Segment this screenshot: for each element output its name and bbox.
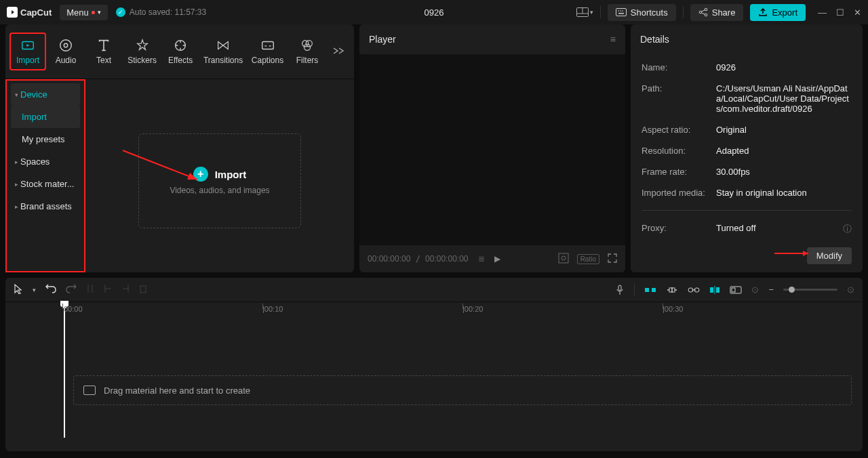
trim-left-button[interactable] bbox=[104, 284, 112, 295]
svg-rect-34 bbox=[716, 287, 719, 293]
tab-filters[interactable]: Filters bbox=[289, 34, 326, 69]
label-fps: Frame rate: bbox=[642, 167, 716, 177]
svg-point-5 bbox=[620, 10, 621, 12]
svg-point-18 bbox=[302, 41, 309, 47]
label-path: Path: bbox=[642, 83, 716, 114]
sidebar-item-device[interactable]: Device bbox=[11, 83, 80, 106]
svg-point-10 bbox=[705, 14, 707, 16]
undo-button[interactable] bbox=[45, 284, 56, 295]
mic-icon[interactable] bbox=[615, 285, 625, 295]
maximize-button[interactable]: ☐ bbox=[836, 7, 844, 18]
import-icon bbox=[20, 38, 35, 53]
autosave-status: ✓ Auto saved: 11:57:33 bbox=[116, 7, 206, 17]
svg-point-19 bbox=[306, 41, 312, 47]
film-icon bbox=[83, 386, 96, 395]
magnet-icon[interactable] bbox=[644, 285, 656, 295]
timeline-ruler[interactable]: 00:00 |00:10 |00:20 |00:30 bbox=[5, 302, 863, 318]
svg-point-15 bbox=[64, 43, 68, 47]
export-icon bbox=[758, 7, 768, 17]
value-fps: 30.00fps bbox=[716, 167, 852, 177]
keyboard-icon bbox=[616, 8, 627, 16]
import-area: + Import Videos, audios, and images bbox=[85, 79, 354, 272]
transitions-icon bbox=[216, 38, 231, 53]
svg-point-20 bbox=[304, 44, 310, 50]
split-button[interactable] bbox=[86, 284, 94, 295]
zoom-out-icon[interactable]: − bbox=[768, 285, 774, 295]
svg-rect-25 bbox=[140, 286, 146, 293]
layout-icon[interactable]: ▾ bbox=[576, 7, 593, 17]
ratio-button[interactable]: Ratio bbox=[577, 254, 599, 264]
label-name: Name: bbox=[642, 62, 716, 72]
sidebar-item-spaces[interactable]: Spaces bbox=[11, 150, 80, 173]
tab-import[interactable]: Import bbox=[9, 33, 46, 70]
player-viewport bbox=[359, 54, 625, 245]
top-bar: CapCut Menu ▾ ✓ Auto saved: 11:57:33 092… bbox=[0, 0, 868, 24]
timeline-panel: ▾ ⊙ − ⊙ 00:00 |00:10 |00:20 |00:30 bbox=[5, 278, 863, 451]
menu-button[interactable]: Menu ▾ bbox=[60, 5, 108, 20]
tab-effects[interactable]: Effects bbox=[162, 34, 199, 69]
preview-icon[interactable] bbox=[730, 286, 742, 294]
cursor-dropdown[interactable]: ▾ bbox=[33, 287, 36, 293]
app-name: CapCut bbox=[20, 7, 52, 18]
zoom-fit-icon[interactable]: ⊙ bbox=[847, 285, 854, 295]
chain-icon[interactable] bbox=[688, 287, 700, 293]
import-dropzone[interactable]: + Import Videos, audios, and images bbox=[138, 133, 301, 228]
focus-icon[interactable] bbox=[558, 253, 569, 266]
timeline-tracks[interactable]: Drag material here and start to create bbox=[5, 318, 863, 451]
svg-rect-7 bbox=[618, 13, 624, 14]
chevron-down-icon: ▾ bbox=[98, 9, 101, 16]
value-proxy: Turned off bbox=[716, 223, 852, 233]
tab-captions[interactable]: Captions bbox=[248, 34, 288, 69]
value-aspect: Original bbox=[716, 125, 852, 135]
list-icon[interactable]: ≣ bbox=[478, 254, 485, 264]
snap-icon[interactable] bbox=[709, 285, 720, 295]
player-menu-icon[interactable]: ≡ bbox=[610, 34, 616, 45]
label-proxy: Proxy: bbox=[642, 223, 716, 233]
export-button[interactable]: Export bbox=[750, 4, 806, 21]
project-title: 0926 bbox=[425, 7, 444, 18]
svg-point-6 bbox=[622, 10, 623, 12]
value-path: C:/Users/Usman Ali Nasir/AppData/Local/C… bbox=[716, 83, 852, 114]
notification-dot bbox=[92, 11, 95, 14]
captions-icon bbox=[260, 38, 275, 53]
zoom-slider[interactable] bbox=[783, 289, 837, 291]
close-button[interactable]: ✕ bbox=[854, 7, 861, 18]
tab-transitions[interactable]: Transitions bbox=[200, 34, 246, 69]
trim-right-button[interactable] bbox=[121, 284, 130, 295]
link-tool-icon[interactable] bbox=[666, 286, 678, 294]
delete-button[interactable] bbox=[139, 284, 147, 295]
player-panel: Player ≡ 00:00:00:00 / 00:00:00:00 ≣ ▶ R… bbox=[359, 24, 625, 272]
value-name: 0926 bbox=[716, 62, 852, 72]
settings-icon[interactable]: ⊙ bbox=[751, 285, 759, 295]
tab-stickers[interactable]: Stickers bbox=[123, 34, 161, 69]
text-icon bbox=[96, 38, 111, 53]
svg-rect-26 bbox=[618, 285, 621, 291]
filters-icon bbox=[300, 38, 315, 53]
svg-rect-3 bbox=[616, 9, 626, 16]
sidebar-item-stock[interactable]: Stock mater... bbox=[11, 173, 80, 195]
sidebar-item-brand[interactable]: Brand assets bbox=[11, 195, 80, 217]
sidebar-item-import[interactable]: Import bbox=[11, 106, 80, 128]
check-icon: ✓ bbox=[116, 7, 125, 17]
tab-audio[interactable]: Audio bbox=[47, 34, 84, 69]
tab-text[interactable]: Text bbox=[85, 34, 122, 69]
more-tabs-icon[interactable] bbox=[327, 47, 350, 57]
player-title: Player bbox=[369, 34, 396, 45]
plus-icon: + bbox=[193, 167, 208, 182]
cursor-tool[interactable] bbox=[14, 283, 23, 296]
share-icon bbox=[698, 7, 708, 17]
stickers-icon bbox=[135, 38, 150, 53]
redo-button[interactable] bbox=[66, 284, 77, 295]
play-button[interactable]: ▶ bbox=[494, 254, 500, 264]
value-media: Stay in original location bbox=[716, 188, 852, 198]
fullscreen-icon[interactable] bbox=[608, 253, 617, 265]
shortcuts-button[interactable]: Shortcuts bbox=[608, 4, 676, 21]
svg-rect-33 bbox=[710, 287, 713, 293]
share-button[interactable]: Share bbox=[690, 4, 744, 21]
modify-button[interactable]: Modify bbox=[807, 247, 852, 264]
svg-point-4 bbox=[618, 10, 619, 12]
sidebar-item-presets[interactable]: My presets bbox=[11, 128, 80, 150]
timeline-dropzone[interactable]: Drag material here and start to create bbox=[73, 375, 852, 405]
minimize-button[interactable]: — bbox=[818, 7, 827, 18]
info-icon[interactable]: ⓘ bbox=[843, 223, 852, 235]
